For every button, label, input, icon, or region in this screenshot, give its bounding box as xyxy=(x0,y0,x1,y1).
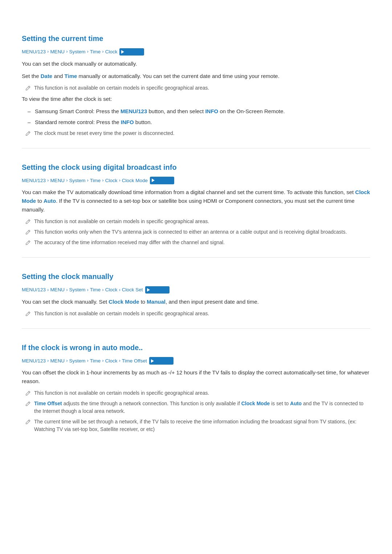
note: This function is not available on certai… xyxy=(22,218,370,225)
list-item: Standard remote control: Press the INFO … xyxy=(28,118,370,127)
play-icon xyxy=(121,50,124,54)
try-now-badge[interactable]: Try Now xyxy=(119,48,144,56)
breadcrumb-sep: › xyxy=(87,357,88,365)
play-icon xyxy=(151,359,154,363)
pencil-icon xyxy=(25,239,31,246)
note-text: The current time will be set through a n… xyxy=(34,418,370,433)
note: Time Offset adjusts the time through a n… xyxy=(22,400,370,415)
dash-list: Samsung Smart Control: Press the MENU/12… xyxy=(28,107,370,127)
note-text: Time Offset adjusts the time through a n… xyxy=(34,400,370,415)
divider xyxy=(22,257,370,258)
note-text: This function is not available on certai… xyxy=(34,84,209,92)
section-paragraph: You can make the TV automatically downlo… xyxy=(22,188,370,214)
try-now-badge[interactable]: Try Now xyxy=(150,177,174,184)
breadcrumb-item: MENU/123 xyxy=(22,177,46,185)
breadcrumb-sep: › xyxy=(47,286,49,294)
breadcrumb: MENU/123›MENU›System›Time›ClockTry Now xyxy=(22,48,370,56)
note: This function is not available on certai… xyxy=(22,84,370,92)
note-text: The accuracy of the time information rec… xyxy=(34,239,225,246)
note: This function works only when the TV's a… xyxy=(22,228,370,236)
breadcrumb-item: System xyxy=(69,286,85,294)
breadcrumb: MENU/123›MENU›System›Time›Clock›Time Off… xyxy=(22,357,370,365)
breadcrumb-sep: › xyxy=(47,357,49,365)
note: The clock must be reset every time the p… xyxy=(22,130,370,137)
pencil-icon xyxy=(25,401,31,407)
breadcrumb-item: MENU/123 xyxy=(22,357,46,365)
breadcrumb-item: Time xyxy=(90,286,101,294)
section-paragraph: You can set the clock manually or automa… xyxy=(22,59,370,68)
note: The current time will be set through a n… xyxy=(22,418,370,433)
breadcrumb-item: Time xyxy=(90,357,101,365)
breadcrumb-item: Clock Set xyxy=(122,286,143,294)
breadcrumb-item: MENU xyxy=(50,177,65,185)
breadcrumb-item: MENU xyxy=(50,357,65,365)
breadcrumb-sep: › xyxy=(102,177,103,184)
pencil-icon xyxy=(25,85,31,91)
breadcrumb: MENU/123›MENU›System›Time›Clock›Clock Mo… xyxy=(22,177,370,185)
breadcrumb-sep: › xyxy=(66,357,68,365)
breadcrumb-item: MENU/123 xyxy=(22,286,46,294)
breadcrumb: MENU/123›MENU›System›Time›Clock›Clock Se… xyxy=(22,286,370,294)
section-heading: Setting the clock manually xyxy=(22,271,370,282)
breadcrumb-item: Clock xyxy=(105,286,118,294)
section-setting-clock-manually: Setting the clock manuallyMENU/123›MENU›… xyxy=(22,271,370,317)
pencil-icon xyxy=(25,419,31,425)
section-heading: Setting the current time xyxy=(22,33,370,44)
pencil-icon xyxy=(25,229,31,235)
breadcrumb-sep: › xyxy=(66,286,68,294)
section-paragraph: You can offset the clock in 1-hour incre… xyxy=(22,368,370,386)
breadcrumb-sep: › xyxy=(102,48,103,56)
breadcrumb-item: System xyxy=(69,48,85,56)
list-item: Samsung Smart Control: Press the MENU/12… xyxy=(28,107,370,116)
page-title xyxy=(22,15,370,18)
breadcrumb-item: Time xyxy=(90,48,101,56)
section-paragraph: Set the Date and Time manually or automa… xyxy=(22,72,370,81)
note-text: The clock must be reset every time the p… xyxy=(34,130,175,137)
pencil-icon xyxy=(25,218,31,225)
note: This function is not available on certai… xyxy=(22,310,370,317)
breadcrumb-item: Time xyxy=(90,177,101,185)
play-icon xyxy=(152,178,155,182)
section-setting-clock-digital: Setting the clock using digital broadcas… xyxy=(22,161,370,247)
breadcrumb-item: MENU xyxy=(50,48,65,56)
breadcrumb-sep: › xyxy=(87,286,88,294)
list-intro: To view the time after the clock is set: xyxy=(22,95,370,103)
breadcrumb-sep: › xyxy=(87,177,88,184)
pencil-icon xyxy=(25,130,31,137)
section-setting-current-time: Setting the current timeMENU/123›MENU›Sy… xyxy=(22,33,370,137)
breadcrumb-item: Clock xyxy=(105,357,118,365)
breadcrumb-sep: › xyxy=(119,286,120,294)
section-clock-wrong-auto: If the clock is wrong in auto mode..MENU… xyxy=(22,342,370,434)
note-text: This function is not available on certai… xyxy=(34,218,209,225)
pencil-icon xyxy=(25,311,31,317)
note-text: This function works only when the TV's a… xyxy=(34,228,347,236)
breadcrumb-item: Clock xyxy=(105,48,118,56)
breadcrumb-item: System xyxy=(69,177,85,185)
breadcrumb-item: Time Offset xyxy=(122,357,147,365)
breadcrumb-sep: › xyxy=(119,357,120,365)
breadcrumb-item: MENU xyxy=(50,286,65,294)
play-icon xyxy=(147,288,150,292)
note-text: This function is not available on certai… xyxy=(34,310,209,317)
section-heading: If the clock is wrong in auto mode.. xyxy=(22,342,370,353)
breadcrumb-sep: › xyxy=(119,177,120,184)
try-now-badge[interactable]: Try Now xyxy=(145,286,170,294)
breadcrumb-sep: › xyxy=(47,48,49,56)
note-text: This function is not available on certai… xyxy=(34,389,209,397)
breadcrumb-sep: › xyxy=(66,48,68,56)
breadcrumb-sep: › xyxy=(66,177,68,184)
breadcrumb-item: Clock xyxy=(105,177,118,185)
note: This function is not available on certai… xyxy=(22,389,370,397)
breadcrumb-item: System xyxy=(69,357,85,365)
pencil-icon xyxy=(25,390,31,397)
breadcrumb-sep: › xyxy=(87,48,88,56)
divider xyxy=(22,328,370,329)
breadcrumb-item: MENU/123 xyxy=(22,48,46,56)
divider xyxy=(22,148,370,148)
section-heading: Setting the clock using digital broadcas… xyxy=(22,161,370,173)
note: The accuracy of the time information rec… xyxy=(22,239,370,246)
breadcrumb-item: Clock Mode xyxy=(122,177,148,185)
section-paragraph: You can set the clock manually. Set Cloc… xyxy=(22,297,370,306)
try-now-badge[interactable]: Try Now xyxy=(149,357,173,364)
breadcrumb-sep: › xyxy=(102,286,103,294)
